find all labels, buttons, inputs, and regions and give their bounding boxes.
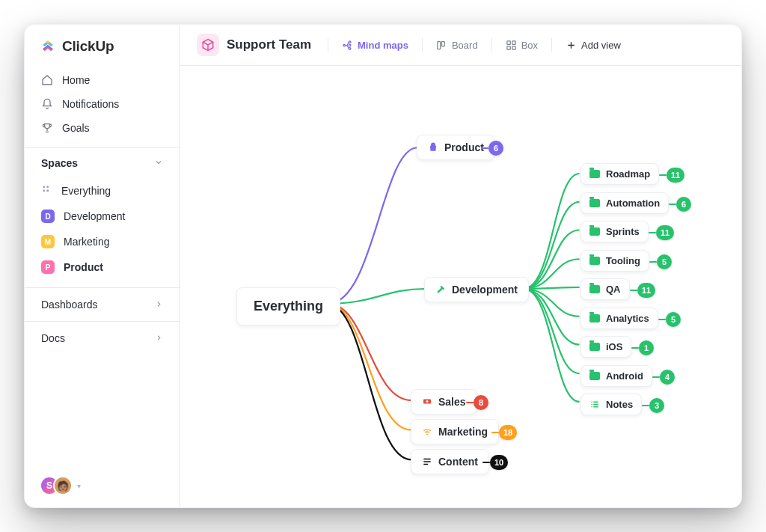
node-sales-label: Sales	[438, 396, 466, 408]
count-badge: 11	[667, 168, 684, 183]
list-icon	[589, 400, 600, 410]
count-badge: 11	[656, 225, 674, 240]
section-docs[interactable]: Docs	[25, 321, 180, 355]
dev-child-label: Automation	[606, 198, 660, 209]
primary-nav: Home Notifications Goals	[25, 65, 180, 147]
folder-icon	[589, 370, 600, 381]
root-label: Everything	[254, 299, 323, 314]
svg-point-16	[426, 433, 428, 435]
count-badge: 18	[499, 425, 517, 440]
home-icon	[41, 74, 53, 86]
svg-rect-12	[507, 46, 510, 49]
dev-child-node[interactable]: Roadmap	[580, 163, 659, 185]
dev-child-label: iOS	[606, 341, 622, 352]
divider	[328, 38, 328, 52]
folder-icon	[589, 284, 600, 295]
nav-notifications[interactable]: Notifications	[25, 92, 180, 116]
svg-rect-10	[507, 40, 510, 43]
section-dashboards-label: Dashboards	[41, 299, 98, 311]
badge-connector	[491, 432, 499, 433]
hammer-icon	[435, 284, 446, 295]
count-badge: 11	[637, 283, 655, 298]
badge-connector	[658, 319, 666, 320]
svg-point-2	[43, 189, 45, 192]
nav-home-label: Home	[62, 74, 90, 86]
view-board-label: Board	[452, 40, 478, 51]
space-label: Marketing	[64, 236, 109, 248]
sidebar-space-marketing[interactable]: M Marketing	[25, 229, 180, 254]
spaces-header-label: Spaces	[41, 157, 78, 169]
add-view[interactable]: Add view	[557, 35, 630, 55]
view-tabs: Mind maps Board Box	[323, 35, 630, 55]
view-board[interactable]: Board	[427, 35, 487, 55]
node-product-label: Product	[444, 141, 484, 153]
topbar: Support Team Mind maps Board	[180, 25, 741, 66]
view-mindmaps[interactable]: Mind maps	[333, 35, 417, 55]
chevron-down-icon	[154, 157, 163, 169]
section-docs-label: Docs	[41, 332, 65, 344]
badge-connector	[642, 405, 649, 406]
svg-point-5	[349, 40, 351, 43]
dev-child-node[interactable]: Tooling	[580, 250, 649, 272]
dev-child-node[interactable]: Notes	[580, 394, 642, 415]
dev-child-label: QA	[606, 284, 621, 295]
badge-connector	[631, 347, 639, 349]
team-name[interactable]: Support Team	[227, 37, 311, 52]
dev-child-node[interactable]: Android	[580, 365, 652, 387]
node-development[interactable]: Development	[424, 277, 529, 302]
folder-icon	[589, 227, 600, 237]
chevron-right-icon	[155, 332, 163, 344]
mindmap-icon	[342, 40, 353, 51]
count-badge: 6	[488, 141, 503, 156]
space-badge: P	[41, 260, 55, 274]
section-dashboards[interactable]: Dashboards	[25, 287, 180, 321]
count-badge: 5	[666, 312, 681, 327]
divider	[491, 38, 492, 52]
dev-child-label: Sprints	[606, 226, 640, 237]
badge-connector	[466, 402, 474, 403]
brand[interactable]: ClickUp	[25, 25, 180, 65]
spaces-header[interactable]: Spaces	[25, 147, 180, 178]
svg-rect-8	[438, 41, 441, 49]
node-content[interactable]: Content	[411, 449, 489, 474]
divider	[422, 38, 423, 52]
badge-connector	[649, 232, 656, 233]
svg-rect-3	[46, 189, 49, 192]
space-everything-label: Everything	[61, 185, 111, 197]
mindmap-canvas[interactable]: Everything Product 6 Development	[180, 66, 741, 507]
mindmap-root[interactable]: Everything	[236, 287, 340, 325]
nav-goals[interactable]: Goals	[25, 116, 180, 140]
main: Support Team Mind maps Board	[180, 25, 741, 507]
nav-home[interactable]: Home	[25, 68, 180, 92]
dev-child-node[interactable]: Sprints	[580, 221, 649, 242]
dev-child-node[interactable]: Analytics	[580, 308, 658, 329]
grid-icon	[41, 184, 52, 198]
dev-child-label: Android	[606, 370, 643, 382]
dev-child-node[interactable]: Automation	[580, 192, 669, 214]
view-box-label: Box	[521, 40, 538, 51]
avatar-stack[interactable]: S 🧑🏽	[40, 476, 73, 495]
folder-icon	[589, 169, 600, 180]
text-icon	[422, 456, 432, 467]
svg-point-19	[591, 406, 592, 408]
view-box[interactable]: Box	[497, 35, 547, 55]
dev-child-label: Analytics	[606, 313, 649, 324]
sidebar-space-development[interactable]: D Development	[25, 204, 180, 229]
dev-child-label: Notes	[606, 399, 633, 410]
node-marketing-label: Marketing	[438, 426, 488, 438]
space-everything[interactable]: Everything	[25, 178, 180, 204]
badge-connector	[669, 204, 676, 205]
divider	[551, 38, 552, 52]
count-badge: 1	[639, 340, 654, 355]
sidebar-footer[interactable]: S 🧑🏽 ▾	[25, 464, 180, 507]
svg-point-7	[349, 47, 351, 49]
badge-connector	[482, 462, 490, 463]
sidebar: ClickUp Home Notifications Goals	[25, 25, 180, 507]
dev-child-node[interactable]: iOS	[580, 336, 631, 358]
nav-notifications-label: Notifications	[62, 98, 119, 110]
chevron-right-icon	[155, 299, 163, 311]
dev-child-node[interactable]: QA	[580, 278, 630, 300]
plus-icon	[566, 40, 577, 51]
sidebar-space-product[interactable]: P Product	[25, 254, 180, 280]
node-marketing[interactable]: Marketing	[411, 419, 499, 444]
